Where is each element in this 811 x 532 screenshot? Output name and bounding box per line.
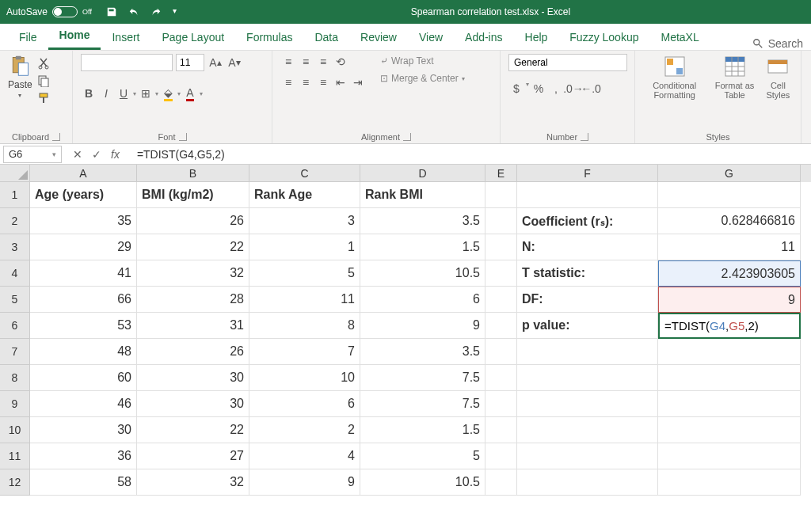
col-header[interactable]: D [360, 165, 485, 182]
row-header[interactable]: 4 [0, 260, 30, 287]
cell[interactable] [485, 365, 517, 391]
spreadsheet-grid[interactable]: A B C D E F G 1 Age (years) BMI (kg/m2) … [0, 165, 811, 496]
align-bottom-icon[interactable]: ≡ [315, 54, 331, 70]
cell[interactable] [517, 339, 658, 365]
toggle-switch[interactable] [52, 6, 78, 17]
cell[interactable]: 7 [249, 339, 360, 365]
cell[interactable]: 10.5 [360, 469, 485, 496]
cell[interactable]: 28 [137, 287, 249, 313]
cell[interactable] [485, 208, 517, 234]
cell[interactable]: 36 [30, 443, 137, 469]
cell[interactable]: 30 [137, 391, 249, 417]
row-header[interactable]: 10 [0, 417, 30, 443]
orientation-icon[interactable]: ⟲ [333, 54, 348, 70]
font-name-select[interactable] [81, 54, 173, 71]
row-header[interactable]: 3 [0, 234, 30, 260]
underline-button[interactable]: U [116, 86, 131, 101]
cell[interactable]: 35 [30, 208, 137, 234]
cell[interactable]: Age (years) [30, 182, 137, 208]
font-color-button[interactable]: A [182, 86, 198, 101]
cell[interactable]: 58 [30, 469, 137, 496]
tab-data[interactable]: Data [303, 25, 349, 50]
decrease-decimal-icon[interactable]: ←.0 [583, 81, 599, 97]
format-painter-icon[interactable] [37, 92, 50, 104]
cell-styles-button[interactable]: Cell Styles [763, 54, 793, 100]
cell[interactable] [517, 365, 658, 391]
conditional-formatting-button[interactable]: Conditional Formatting [643, 54, 706, 100]
row-header[interactable]: 12 [0, 469, 30, 496]
borders-button[interactable]: ⊞ [138, 86, 154, 101]
cancel-formula-icon[interactable]: ✕ [73, 148, 82, 161]
cell-ref-g5[interactable]: 9 [658, 287, 801, 313]
cell-editing[interactable]: =TDIST(G4,G5,2) [658, 313, 801, 339]
number-format-select[interactable] [508, 54, 627, 71]
cell[interactable]: 26 [137, 339, 249, 365]
tab-home[interactable]: Home [48, 22, 101, 50]
cell[interactable]: 66 [30, 287, 137, 313]
cell[interactable] [517, 443, 658, 469]
number-launcher[interactable] [581, 133, 588, 141]
tab-formulas[interactable]: Formulas [235, 25, 303, 50]
cell[interactable] [658, 443, 801, 469]
tab-help[interactable]: Help [514, 25, 559, 50]
accounting-format-icon[interactable]: $ [508, 81, 524, 97]
comma-format-icon[interactable]: , [548, 81, 564, 97]
col-header[interactable]: B [137, 165, 249, 182]
cell[interactable]: p value: [517, 313, 658, 339]
cell[interactable]: 26 [137, 208, 249, 234]
row-header[interactable]: 2 [0, 208, 30, 234]
tab-page-layout[interactable]: Page Layout [150, 25, 235, 50]
cell[interactable] [517, 391, 658, 417]
cell[interactable]: DF: [517, 287, 658, 313]
cell[interactable]: 30 [30, 417, 137, 443]
paste-button[interactable]: Paste ▾ [8, 54, 32, 99]
row-header[interactable]: 7 [0, 339, 30, 365]
italic-button[interactable]: I [98, 86, 114, 101]
undo-icon[interactable] [128, 6, 139, 17]
cell[interactable]: 3.5 [360, 208, 485, 234]
cell[interactable] [517, 182, 658, 208]
percent-format-icon[interactable]: % [531, 81, 546, 97]
align-top-icon[interactable]: ≡ [280, 54, 296, 70]
tab-insert[interactable]: Insert [101, 25, 150, 50]
cell[interactable]: 41 [30, 260, 137, 287]
cell[interactable]: 6 [360, 287, 485, 313]
cell[interactable]: N: [517, 234, 658, 260]
cell[interactable]: 6 [249, 391, 360, 417]
tab-file[interactable]: File [8, 25, 48, 50]
cell[interactable]: Rank Age [249, 182, 360, 208]
cell[interactable]: 10 [249, 365, 360, 391]
cell[interactable]: 9 [360, 313, 485, 339]
cell[interactable] [485, 469, 517, 496]
col-header[interactable]: C [249, 165, 360, 182]
increase-decimal-icon[interactable]: .0→ [565, 81, 581, 97]
cell[interactable]: Rank BMI [360, 182, 485, 208]
cell[interactable]: 3.5 [360, 339, 485, 365]
cell[interactable]: 32 [137, 469, 249, 496]
row-header[interactable]: 5 [0, 287, 30, 313]
cell[interactable]: 8 [249, 313, 360, 339]
redo-icon[interactable] [150, 6, 162, 17]
cell[interactable]: 48 [30, 339, 137, 365]
cell[interactable]: 4 [249, 443, 360, 469]
align-launcher[interactable] [403, 133, 411, 141]
fx-icon[interactable]: fx [111, 148, 120, 161]
cell[interactable]: 2 [249, 417, 360, 443]
cell[interactable]: 27 [137, 443, 249, 469]
row-header[interactable]: 6 [0, 313, 30, 339]
cell[interactable]: 5 [360, 443, 485, 469]
cell[interactable] [658, 417, 801, 443]
save-icon[interactable] [106, 6, 117, 17]
cell[interactable] [517, 469, 658, 496]
wrap-text-button[interactable]: ⤶Wrap Text [377, 54, 468, 68]
row-header[interactable]: 8 [0, 365, 30, 391]
tab-addins[interactable]: Add-ins [454, 25, 513, 50]
cell[interactable]: 3 [249, 208, 360, 234]
cell[interactable] [485, 313, 517, 339]
cell[interactable] [658, 365, 801, 391]
cell[interactable] [485, 391, 517, 417]
cell[interactable]: 5 [249, 260, 360, 287]
name-box[interactable]: G6▾ [3, 146, 62, 163]
decrease-font-icon[interactable]: A▾ [227, 55, 242, 70]
select-all-button[interactable] [0, 165, 30, 182]
